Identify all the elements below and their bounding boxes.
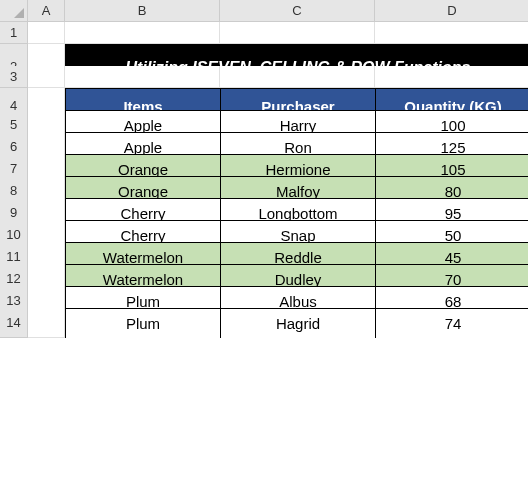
cell-quantity-14[interactable]: 74 bbox=[375, 308, 528, 338]
col-header-A[interactable]: A bbox=[28, 0, 65, 22]
row-header-14[interactable]: 14 bbox=[0, 308, 28, 338]
cell-B3[interactable] bbox=[65, 66, 220, 88]
select-all-corner[interactable] bbox=[0, 0, 28, 22]
spreadsheet-grid[interactable]: A B C D 1 2 Utilizing ISEVEN, CELLING & … bbox=[0, 0, 528, 330]
cell-A1[interactable] bbox=[28, 22, 65, 44]
cell-B1[interactable] bbox=[65, 22, 220, 44]
cell-C3[interactable] bbox=[220, 66, 375, 88]
row-header-3[interactable]: 3 bbox=[0, 66, 28, 88]
cell-items-14[interactable]: Plum bbox=[65, 308, 220, 338]
row-header-1[interactable]: 1 bbox=[0, 22, 28, 44]
cell-D3[interactable] bbox=[375, 66, 528, 88]
cell-D1[interactable] bbox=[375, 22, 528, 44]
col-header-D[interactable]: D bbox=[375, 0, 528, 22]
cell-C1[interactable] bbox=[220, 22, 375, 44]
col-header-C[interactable]: C bbox=[220, 0, 375, 22]
col-header-B[interactable]: B bbox=[65, 0, 220, 22]
cell-A14[interactable] bbox=[28, 308, 65, 338]
cell-A3[interactable] bbox=[28, 66, 65, 88]
cell-purchaser-14[interactable]: Hagrid bbox=[220, 308, 375, 338]
